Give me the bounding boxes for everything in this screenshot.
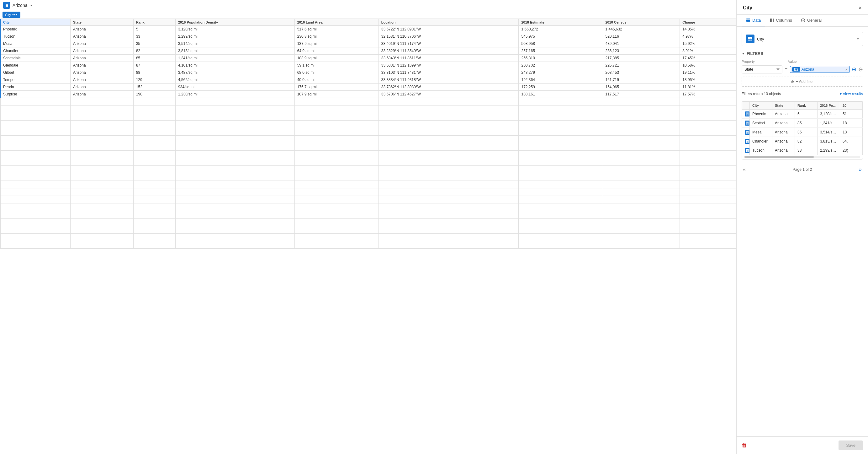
cell-0-6[interactable]: 1,660,272 (519, 26, 603, 33)
cell-1-2[interactable]: 33 (133, 33, 175, 40)
cell-3-5[interactable]: 33.2829°N 111.8549°W (378, 48, 519, 55)
col-header-land[interactable]: 2016 Land Area (294, 19, 378, 26)
cell-1-5[interactable]: 32.1531°N 110.8706°W (378, 33, 519, 40)
filter-value-clear-button[interactable]: × (845, 67, 848, 72)
cell-2-5[interactable]: 33.4019°N 111.7174°W (378, 40, 519, 48)
col-header-state[interactable]: State (70, 19, 133, 26)
panel-close-button[interactable]: × (858, 5, 862, 11)
col-header-city[interactable]: City (0, 19, 70, 26)
save-button[interactable]: Save (839, 441, 863, 450)
cell-2-4[interactable]: 137.9 sq mi (294, 40, 378, 48)
tab-general[interactable]: General (797, 15, 826, 26)
cell-4-0[interactable]: Scottsdale (0, 55, 70, 62)
col-header-popdens[interactable]: 2016 Population Density (175, 19, 294, 26)
cell-6-2[interactable]: 88 (133, 69, 175, 76)
cell-6-8[interactable]: 19.11% (680, 69, 736, 76)
results-table-row[interactable]: TucsonArizona332,299/sq mi23( (742, 146, 863, 155)
cell-5-1[interactable]: Arizona (70, 62, 133, 69)
cell-4-3[interactable]: 1,341/sq mi (175, 55, 294, 62)
cell-4-2[interactable]: 85 (133, 55, 175, 62)
cell-2-0[interactable]: Mesa (0, 40, 70, 48)
cell-6-3[interactable]: 3,487/sq mi (175, 69, 294, 76)
cell-8-6[interactable]: 172,259 (519, 84, 603, 91)
cell-7-3[interactable]: 4,562/sq mi (175, 76, 294, 84)
cell-8-2[interactable]: 152 (133, 84, 175, 91)
cell-0-5[interactable]: 33.5722°N 112.0901°W (378, 26, 519, 33)
cell-4-6[interactable]: 255,310 (519, 55, 603, 62)
cell-2-2[interactable]: 35 (133, 40, 175, 48)
cell-0-8[interactable]: 14.85% (680, 26, 736, 33)
filter-add-condition-button[interactable]: ⊕ (852, 66, 857, 72)
delete-button[interactable]: 🗑 (742, 442, 747, 449)
cell-3-8[interactable]: 8.91% (680, 48, 736, 55)
tab-data[interactable]: Data (742, 15, 765, 26)
cell-2-3[interactable]: 3,514/sq mi (175, 40, 294, 48)
cell-0-4[interactable]: 517.6 sq mi (294, 26, 378, 33)
pagination-prev-button[interactable]: « (743, 167, 746, 172)
cell-8-7[interactable]: 154,065 (603, 84, 680, 91)
cell-3-2[interactable]: 82 (133, 48, 175, 55)
cell-1-7[interactable]: 520,116 (603, 33, 680, 40)
cell-4-4[interactable]: 183.9 sq mi (294, 55, 378, 62)
col-header-location[interactable]: Location (378, 19, 519, 26)
cell-6-7[interactable]: 208,453 (603, 69, 680, 76)
cell-7-7[interactable]: 161,719 (603, 76, 680, 84)
cell-6-0[interactable]: Gilbert (0, 69, 70, 76)
cell-5-6[interactable]: 250,702 (519, 62, 603, 69)
cell-7-0[interactable]: Tempe (0, 76, 70, 84)
cell-9-6[interactable]: 138,161 (519, 91, 603, 98)
cell-3-4[interactable]: 64.9 sq mi (294, 48, 378, 55)
col-header-estimate[interactable]: 2018 Estimate (519, 19, 603, 26)
cell-5-4[interactable]: 59.1 sq mi (294, 62, 378, 69)
filters-header[interactable]: ▼ FILTERS (742, 51, 863, 56)
cell-9-7[interactable]: 117,517 (603, 91, 680, 98)
cell-5-2[interactable]: 87 (133, 62, 175, 69)
cell-3-1[interactable]: Arizona (70, 48, 133, 55)
cell-5-7[interactable]: 226,721 (603, 62, 680, 69)
cell-4-1[interactable]: Arizona (70, 55, 133, 62)
city-column-badge[interactable]: City ••• (2, 11, 20, 18)
cell-3-6[interactable]: 257,165 (519, 48, 603, 55)
cell-5-3[interactable]: 4,161/sq mi (175, 62, 294, 69)
cell-4-8[interactable]: 17.45% (680, 55, 736, 62)
cell-8-3[interactable]: 934/sq mi (175, 84, 294, 91)
cell-1-4[interactable]: 230.8 sq mi (294, 33, 378, 40)
cell-8-1[interactable]: Arizona (70, 84, 133, 91)
cell-5-8[interactable]: 10.58% (680, 62, 736, 69)
results-table-row[interactable]: PhoenixArizona53,120/sq mi51' (742, 110, 863, 119)
cell-8-0[interactable]: Peoria (0, 84, 70, 91)
col-header-change[interactable]: Change (680, 19, 736, 26)
cell-7-8[interactable]: 18.95% (680, 76, 736, 84)
cell-7-2[interactable]: 129 (133, 76, 175, 84)
city-badge-menu-dots[interactable]: ••• (12, 12, 18, 17)
cell-3-3[interactable]: 3,813/sq mi (175, 48, 294, 55)
cell-7-6[interactable]: 192,364 (519, 76, 603, 84)
col-header-rank[interactable]: Rank (133, 19, 175, 26)
cell-0-2[interactable]: 5 (133, 26, 175, 33)
cell-6-1[interactable]: Arizona (70, 69, 133, 76)
cell-9-5[interactable]: 33.6706°N 112.4527°W (378, 91, 519, 98)
cell-9-1[interactable]: Arizona (70, 91, 133, 98)
cell-0-3[interactable]: 3,120/sq mi (175, 26, 294, 33)
filter-remove-button[interactable]: ⊖ (858, 66, 863, 72)
tab-columns[interactable]: Columns (765, 15, 796, 26)
cell-5-5[interactable]: 33.5331°N 112.1899°W (378, 62, 519, 69)
results-table-row[interactable]: ChandlerArizona823,813/sq mi64. (742, 137, 863, 146)
cell-5-0[interactable]: Glendale (0, 62, 70, 69)
cell-1-1[interactable]: Arizona (70, 33, 133, 40)
cell-9-0[interactable]: Surprise (0, 91, 70, 98)
cell-7-5[interactable]: 33.3884°N 111.9318°W (378, 76, 519, 84)
results-table-row[interactable]: MesaArizona353,514/sq mi13' (742, 128, 863, 137)
cell-0-0[interactable]: Phoenix (0, 26, 70, 33)
cell-8-4[interactable]: 175.7 sq mi (294, 84, 378, 91)
cell-1-8[interactable]: 4.97% (680, 33, 736, 40)
cell-1-0[interactable]: Tucson (0, 33, 70, 40)
col-header-census[interactable]: 2010 Census (603, 19, 680, 26)
cell-7-4[interactable]: 40.0 sq mi (294, 76, 378, 84)
results-scrollbar[interactable] (744, 156, 860, 158)
cell-0-1[interactable]: Arizona (70, 26, 133, 33)
cell-9-2[interactable]: 198 (133, 91, 175, 98)
cell-4-5[interactable]: 33.6843°N 111.8611°W (378, 55, 519, 62)
cell-6-4[interactable]: 68.0 sq mi (294, 69, 378, 76)
pagination-next-button[interactable]: » (859, 167, 862, 172)
